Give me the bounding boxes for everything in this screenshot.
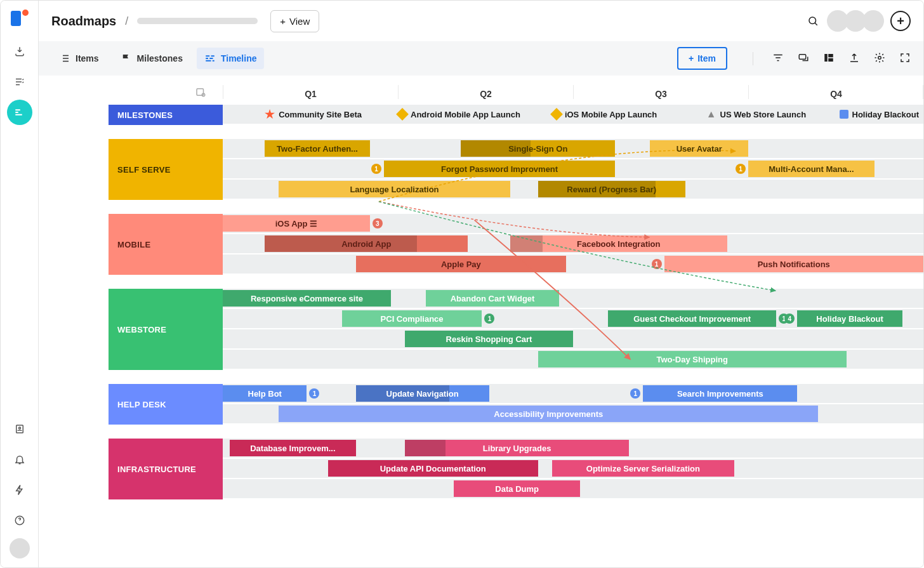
layout-icon[interactable]: [823, 52, 835, 65]
timeline-row: 1Forgot Password Improvment1Multi-Accoun…: [223, 159, 923, 178]
timeline-bar[interactable]: iOS App ☰: [223, 215, 370, 232]
timeline-bar[interactable]: Search Improvements: [643, 385, 797, 402]
swimlane-selfserve: SELF SERVETwo-Factor Authen...Single-Sig…: [39, 139, 923, 200]
timeline-bar[interactable]: Two-Factor Authen...: [265, 140, 370, 157]
milestone-label: US Web Store Launch: [720, 110, 807, 119]
timeline-bar[interactable]: Reward (Progress Bar): [538, 181, 685, 197]
timeline-bar[interactable]: Responsive eCommerce site: [223, 290, 391, 307]
nav-list-icon[interactable]: [7, 69, 32, 95]
dependency-badge[interactable]: 1: [736, 164, 746, 174]
timeline-row: Two-Factor Authen...Single-Sign OnUser A…: [223, 139, 923, 158]
nav-bell-icon[interactable]: [7, 447, 32, 472]
timeline-bar[interactable]: Update Navigation: [356, 385, 489, 402]
star-icon: ★: [265, 107, 275, 121]
add-view-button[interactable]: + View: [270, 10, 319, 32]
timeline-bar[interactable]: Apple Pay: [356, 256, 566, 272]
user-avatar[interactable]: [10, 538, 30, 558]
bar-label: Update API Documentation: [380, 464, 486, 473]
swimlane-label[interactable]: HELP DESK: [109, 384, 223, 425]
svg-point-1: [18, 427, 20, 429]
left-nav-rail: [1, 1, 39, 567]
collaborator-avatars[interactable]: [831, 10, 884, 32]
timeline-bar[interactable]: Forgot Password Improvment: [384, 161, 615, 177]
bar-label: Two-Day Shipping: [656, 355, 727, 364]
svg-rect-4: [799, 54, 806, 59]
milestone-item[interactable]: Holiday Blackout: [840, 110, 919, 119]
timeline-bar[interactable]: Single-Sign On: [461, 140, 615, 157]
filter-icon[interactable]: [772, 52, 784, 65]
gear-icon[interactable]: [874, 52, 885, 65]
bar-label: Two-Factor Authen...: [277, 144, 358, 154]
dependency-badge[interactable]: 3: [373, 218, 383, 228]
view-tabs: Items Milestones Timeline + Item: [39, 41, 923, 76]
svg-point-3: [809, 17, 816, 24]
export-icon[interactable]: [848, 52, 860, 65]
top-header: Roadmaps / + View +: [39, 1, 923, 41]
timeline-bar[interactable]: Push Notifications: [664, 256, 923, 272]
timeline-bar[interactable]: Abandon Cart Widget: [426, 290, 559, 307]
milestone-item[interactable]: ▲US Web Store Launch: [706, 109, 806, 120]
milestone-item[interactable]: iOS Mobile App Launch: [552, 110, 657, 119]
nav-bolt-icon[interactable]: [7, 477, 32, 503]
timeline-bar[interactable]: Reskin Shopping Cart: [405, 331, 573, 347]
timeline-bar[interactable]: Android App: [265, 235, 468, 252]
nav-contacts-icon[interactable]: [7, 416, 32, 442]
bar-label: PCI Compliance: [381, 314, 444, 324]
bar-label: Guest Checkout Improvement: [633, 314, 751, 324]
box-icon: [840, 110, 848, 119]
tab-milestones[interactable]: Milestones: [113, 48, 190, 69]
dependency-badge[interactable]: 1: [371, 164, 381, 174]
timeline-bar[interactable]: Update API Documentation: [328, 460, 538, 477]
dependency-badge[interactable]: 4: [784, 314, 795, 324]
timeline-bar[interactable]: Data Dump: [454, 480, 580, 497]
dependency-badge[interactable]: 1: [630, 388, 640, 399]
swimlane-label[interactable]: WEBSTORE: [109, 289, 223, 370]
milestone-lane: ★Community Site BetaAndroid Mobile App L…: [223, 105, 923, 124]
tab-timeline[interactable]: Timeline: [197, 48, 265, 69]
link-icon[interactable]: [798, 52, 809, 65]
dependency-badge[interactable]: 1: [484, 314, 494, 324]
nav-import-icon[interactable]: [7, 39, 32, 64]
fullscreen-icon[interactable]: [899, 52, 911, 65]
timeline-bar[interactable]: Help Bot: [223, 385, 307, 402]
bar-label: Search Improvements: [677, 389, 763, 399]
timeline-bar[interactable]: Library Upgrades: [405, 440, 629, 456]
timeline-bar[interactable]: PCI Compliance: [342, 310, 482, 327]
swimlane-infra: INFRASTRUCTUREDatabase Improvem...Librar…: [39, 439, 923, 499]
timeline-bar[interactable]: User Avatar: [650, 140, 748, 157]
timeline-bar[interactable]: Multi-Account Mana...: [748, 161, 874, 177]
timeline-row: Responsive eCommerce siteAbandon Cart Wi…: [223, 289, 923, 308]
app-logo: [11, 10, 29, 27]
bar-label: Push Notifications: [758, 260, 830, 269]
tab-items[interactable]: Items: [51, 48, 107, 69]
dependency-badge[interactable]: 1: [309, 388, 319, 399]
timeline-bar[interactable]: Database Improvem...: [230, 440, 356, 456]
milestone-item[interactable]: ★Community Site Beta: [265, 107, 362, 121]
diamond-icon: [550, 108, 563, 121]
swimlane-label[interactable]: MILESTONES: [109, 105, 223, 125]
add-item-button[interactable]: + Item: [677, 47, 727, 70]
timeline-bar[interactable]: Language Localization: [279, 181, 510, 197]
list-icon: [59, 53, 70, 64]
timeline-bar[interactable]: Facebook Integration: [510, 235, 727, 252]
nav-roadmap-icon[interactable]: [7, 100, 32, 125]
timeline-bar[interactable]: Accessibility Improvements: [279, 406, 818, 422]
swimlane-label[interactable]: INFRASTRUCTURE: [109, 439, 223, 499]
add-collaborator-button[interactable]: +: [890, 11, 911, 31]
timeline-bar[interactable]: Two-Day Shipping: [538, 351, 847, 367]
timeline-chart: Q1Q2Q3Q4 MILESTONES★Community Site BetaA…: [39, 76, 923, 567]
swimlane-label[interactable]: MOBILE: [109, 214, 223, 275]
timeline-bar[interactable]: Optimize Server Serialization: [552, 460, 734, 477]
timeline-bar[interactable]: Holiday Blackout: [797, 310, 902, 327]
milestone-item[interactable]: Android Mobile App Launch: [398, 110, 520, 119]
timeline-bar[interactable]: Guest Checkout Improvement: [608, 310, 776, 327]
timeline-row: Database Improvem...Library Upgrades: [223, 439, 923, 458]
swimlane-label[interactable]: SELF SERVE: [109, 139, 223, 200]
date-settings-icon[interactable]: [195, 86, 206, 98]
bar-label: Single-Sign On: [508, 144, 567, 154]
nav-help-icon[interactable]: [7, 508, 32, 533]
add-view-label: View: [289, 16, 310, 27]
dependency-badge[interactable]: 1: [652, 259, 662, 269]
search-icon[interactable]: [802, 10, 824, 32]
bar-label: Language Localization: [350, 185, 439, 194]
